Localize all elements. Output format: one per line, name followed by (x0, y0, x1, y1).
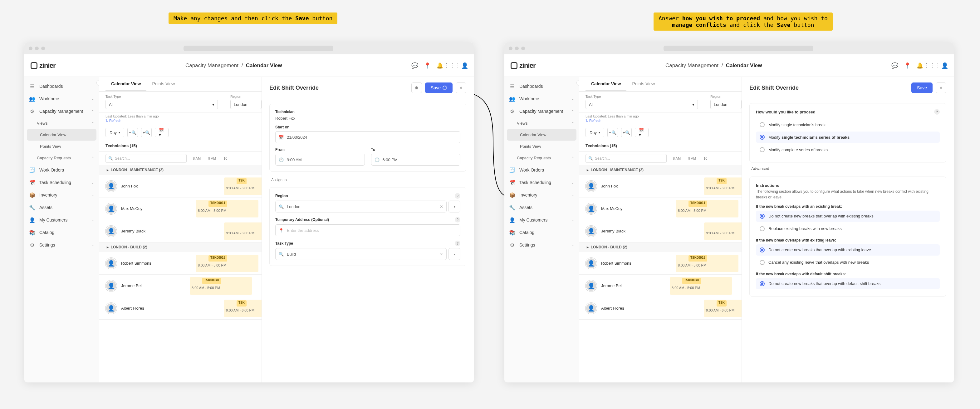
sidebar-item[interactable]: Views⌃ (24, 117, 99, 129)
sidebar-item[interactable]: 📅Task Scheduling⌄ (24, 176, 99, 189)
tab-calendar[interactable]: Calendar View (585, 77, 627, 91)
search-input[interactable]: 🔍 Search... (105, 154, 187, 163)
sidebar-item[interactable]: 👤My Customers⌄ (24, 214, 99, 226)
radio-option[interactable]: Modify complete series of breaks (756, 144, 940, 155)
dropdown-icon[interactable]: ▾ (449, 201, 460, 212)
pin-icon[interactable]: 📍 (904, 63, 910, 69)
sidebar-item[interactable]: 👥Workforce⌄ (504, 93, 579, 105)
sidebar-item[interactable]: 🔧Assets (24, 201, 99, 214)
chat-icon[interactable]: 💬 (412, 63, 418, 69)
logo[interactable]: zinier (511, 62, 535, 70)
sidebar-item[interactable]: 👤My Customers⌄ (504, 214, 579, 226)
apps-icon[interactable]: ⋮⋮⋮ (929, 63, 935, 69)
sidebar-item[interactable]: Points View (24, 141, 99, 152)
zoom-in-icon[interactable]: +🔍 (141, 128, 152, 137)
close-icon[interactable]: ✕ (456, 83, 466, 93)
help-icon[interactable]: ? (455, 217, 460, 222)
sidebar-item[interactable]: ☰Dashboards (24, 80, 99, 93)
chat-icon[interactable]: 💬 (892, 63, 897, 69)
day-select[interactable]: Day ▾ (105, 128, 124, 137)
task-chip[interactable]: TSK00018 (689, 255, 707, 262)
sidebar-item[interactable]: 🔧Assets (504, 201, 579, 214)
sidebar-item[interactable]: 👥Workforce⌄ (24, 93, 99, 105)
task-chip[interactable]: TSK00018 (208, 255, 227, 262)
filter-tasktype[interactable]: All▾ (585, 100, 698, 109)
radio-option[interactable]: Modify single technician's series of bre… (756, 131, 940, 143)
user-icon[interactable]: 👤 (942, 63, 948, 69)
logo[interactable]: zinier (30, 62, 55, 70)
radio-option[interactable]: Modify single technician's break (756, 119, 940, 130)
bell-icon[interactable]: 🔔 (917, 63, 923, 69)
zoom-out-icon[interactable]: −🔍 (607, 128, 618, 137)
sidebar-item[interactable]: 🧾Work Orders (504, 164, 579, 176)
tab-points[interactable]: Points View (146, 77, 180, 91)
sidebar-item[interactable]: 📅Task Scheduling⌄ (504, 176, 579, 189)
temp-addr-input[interactable]: 📍Enter the address (275, 224, 460, 236)
date-picker-icon[interactable]: 📅 ▾ (635, 128, 649, 137)
sidebar-item[interactable]: ⚙Capacity Management⌃ (504, 105, 579, 117)
task-chip[interactable]: TSK (717, 178, 727, 184)
clear-icon[interactable]: ✕ (440, 252, 443, 257)
sidebar-item[interactable]: ⚙Settings⌄ (504, 239, 579, 251)
sidebar-item[interactable]: Calendar View (507, 129, 576, 141)
sidebar-item[interactable]: Views⌃ (504, 117, 579, 129)
time-axis: 8 AM9 AM10 (673, 157, 707, 160)
dropdown-icon[interactable]: ▾ (449, 248, 460, 260)
sidebar-item[interactable]: 🧾Work Orders (24, 164, 99, 176)
apps-icon[interactable]: ⋮⋮⋮ (449, 63, 455, 69)
shift-hours: 8:00 AM - 5:00 PM (671, 286, 700, 290)
region-select[interactable]: 🔍London✕ (275, 201, 447, 212)
close-icon[interactable]: ✕ (936, 83, 946, 93)
tasktype-select[interactable]: 🔍Build✕ (275, 248, 447, 260)
search-input[interactable]: 🔍 Search... (585, 154, 667, 163)
radio-option[interactable]: Cancel any existing leave that overlaps … (756, 257, 940, 268)
date-picker-icon[interactable]: 📅 ▾ (155, 128, 169, 137)
sidebar-item[interactable]: 📦Inventory⌄ (24, 189, 99, 201)
pin-icon[interactable]: 📍 (425, 63, 430, 69)
sidebar-item[interactable]: ⚙Settings⌄ (24, 239, 99, 251)
day-select[interactable]: Day ▾ (585, 128, 604, 137)
sidebar-item[interactable]: 📚Catalog (24, 226, 99, 239)
user-icon[interactable]: 👤 (462, 63, 468, 69)
help-icon[interactable]: ? (455, 193, 460, 199)
from-input[interactable]: 🕘9:00 AM (275, 154, 365, 166)
tab-calendar[interactable]: Calendar View (105, 77, 146, 91)
clear-icon[interactable]: ✕ (440, 204, 443, 209)
filter-region[interactable]: London (710, 100, 741, 109)
sidebar-item[interactable]: 📦Inventory⌄ (504, 189, 579, 201)
save-button[interactable]: Save (912, 83, 932, 93)
task-chip[interactable]: TSK00040 (682, 278, 701, 284)
help-icon[interactable]: ? (455, 241, 460, 246)
radio-option[interactable]: Do not create new breaks that overlap wi… (756, 244, 940, 256)
sidebar-item[interactable]: ☰Dashboards (504, 80, 579, 93)
zoom-in-icon[interactable]: +🔍 (621, 128, 632, 137)
sidebar-item[interactable]: Capacity Requests⌃ (504, 152, 579, 164)
sidebar-item[interactable]: ⚙Capacity Management⌃ (24, 105, 99, 117)
zoom-out-icon[interactable]: −🔍 (127, 128, 138, 137)
task-chip[interactable]: TSK00040 (202, 278, 221, 284)
task-chip[interactable]: TSK (237, 300, 247, 307)
radio-option[interactable]: Do not create new breaks that overlap wi… (756, 211, 940, 222)
radio-option[interactable]: Replace existing breaks with new breaks (756, 223, 940, 234)
start-on-input[interactable]: 📅21/03/2024 (275, 131, 460, 143)
sidebar-item[interactable]: 📚Catalog (504, 226, 579, 239)
task-chip[interactable]: TSK (717, 300, 727, 307)
tab-points[interactable]: Points View (627, 77, 660, 91)
to-input[interactable]: 🕕6:00 PM (371, 154, 461, 166)
task-chip[interactable]: TSK00011 (208, 201, 227, 207)
filter-tasktype[interactable]: All▾ (105, 100, 218, 109)
help-icon[interactable]: ? (934, 109, 940, 115)
task-chip[interactable]: TSK00011 (689, 201, 707, 207)
delete-icon[interactable]: 🗑 (411, 83, 422, 93)
radio-option[interactable]: Do not create new breaks that overlap wi… (756, 278, 940, 289)
technicians-header: Technicians (15) (105, 144, 137, 148)
sidebar-item[interactable]: Calendar View (27, 129, 96, 141)
sidebar-item[interactable]: Points View (504, 141, 579, 152)
save-button[interactable]: Save (425, 83, 453, 93)
assign-to-label: Assign to (271, 178, 466, 182)
bell-icon[interactable]: 🔔 (437, 63, 442, 69)
task-chip[interactable]: TSK (237, 178, 247, 184)
sidebar-item[interactable]: Capacity Requests⌃ (24, 152, 99, 164)
window-step1: zinier Capacity Management / Calendar Vi… (24, 43, 474, 382)
filter-region[interactable]: London (230, 100, 261, 109)
